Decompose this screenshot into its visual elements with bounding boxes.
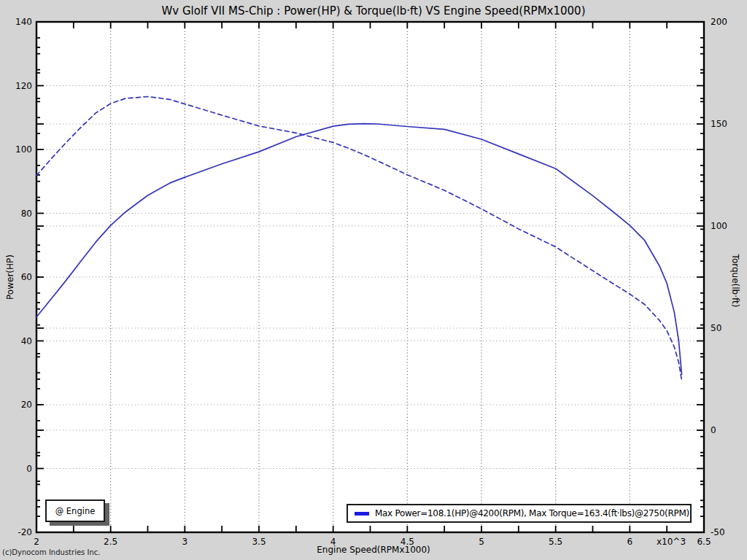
x-tick-label: 6.5 <box>688 537 720 547</box>
y-left-tick-label: 100 <box>1 144 32 155</box>
y-left-tick-label: 80 <box>1 209 32 219</box>
x-tick-label: 3 <box>169 537 201 547</box>
y-left-tick-label: 0 <box>1 464 32 474</box>
y-right-tick-label: -50 <box>711 527 725 537</box>
y-left-tick-label: 120 <box>1 81 32 91</box>
legend-line-swatch <box>355 512 369 516</box>
x-tick-label: 2.5 <box>95 537 127 547</box>
x-tick-label: 5 <box>465 537 498 547</box>
y-axis-label-power: Power(HP) <box>5 254 15 300</box>
x-axis-multiplier-label: x10^3 <box>655 537 687 547</box>
y-axis-label-torque: Torque(lb·ft) <box>730 254 740 308</box>
x-tick-label: 5.5 <box>540 537 572 547</box>
x-tick-label: 3.5 <box>243 537 275 547</box>
x-tick-label: 2 <box>20 537 53 547</box>
y-right-tick-label: 50 <box>711 323 721 333</box>
y-right-tick-label: 0 <box>711 425 716 435</box>
legend: Max Power=108.1(HP)@4200(RPM), Max Torqu… <box>347 504 692 523</box>
dyno-chart-plot <box>0 0 747 560</box>
engine-badge[interactable]: @ Engine <box>45 499 105 522</box>
x-tick-label: 6 <box>614 537 646 547</box>
engine-badge-label: @ Engine <box>55 506 96 516</box>
y-left-tick-label: 40 <box>1 336 32 346</box>
copyright-text: (c)Dynocom Industries Inc. <box>2 548 100 556</box>
x-axis-label: Engine Speed(RPMx1000) <box>317 545 430 555</box>
y-right-tick-label: 200 <box>711 17 727 27</box>
y-left-tick-label: 140 <box>1 17 32 27</box>
y-left-tick-label: -20 <box>1 527 32 537</box>
y-left-tick-label: 20 <box>1 400 32 410</box>
legend-text: Max Power=108.1(HP)@4200(RPM), Max Torqu… <box>375 508 689 518</box>
y-right-tick-label: 100 <box>711 221 727 231</box>
dyno-app-window: Wv Glolf VII MS-Chip : Power(HP) & Torqu… <box>0 0 747 560</box>
y-right-tick-label: 150 <box>711 119 727 129</box>
